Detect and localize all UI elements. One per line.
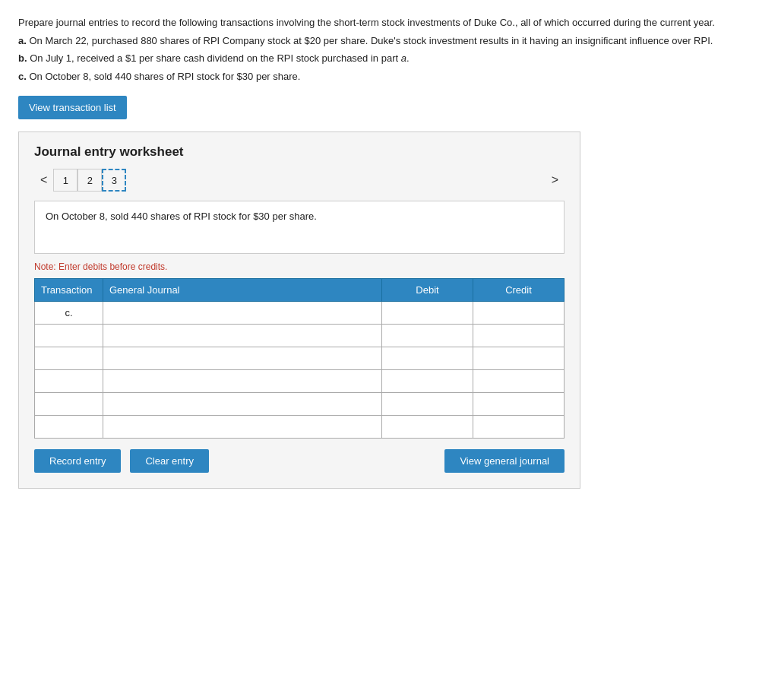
journal-entry-worksheet: Journal entry worksheet < 1 2 3 > On Oct… <box>18 131 580 489</box>
debit-input-3[interactable] <box>385 348 470 369</box>
credit-input-6[interactable] <box>476 417 561 438</box>
intro-text-a: On March 22, purchased 880 shares of RPI… <box>29 35 713 46</box>
general-journal-cell[interactable] <box>103 325 382 347</box>
intro-line3: b. On July 1, received a $1 per share ca… <box>18 51 748 66</box>
debit-cell[interactable] <box>382 416 473 439</box>
view-general-journal-button[interactable]: View general journal <box>444 449 565 473</box>
credit-cell[interactable] <box>473 370 565 393</box>
general-journal-input-6[interactable] <box>106 417 378 438</box>
general-journal-input-2[interactable] <box>106 325 378 347</box>
intro-text: Prepare journal entries to record the fo… <box>18 15 748 84</box>
credit-input-3[interactable] <box>476 348 561 369</box>
general-journal-input-4[interactable] <box>106 371 378 392</box>
general-journal-cell[interactable] <box>103 416 382 439</box>
debit-credit-note: Note: Enter debits before credits. <box>34 261 565 272</box>
next-tab-arrow[interactable]: > <box>546 172 565 188</box>
general-journal-input-3[interactable] <box>106 348 378 369</box>
general-journal-input-1[interactable] <box>106 302 378 324</box>
intro-line1: Prepare journal entries to record the fo… <box>18 15 748 30</box>
prev-tab-arrow[interactable]: < <box>34 172 53 188</box>
intro-label-b: b. <box>18 52 27 64</box>
credit-input-4[interactable] <box>476 371 561 392</box>
view-transaction-list-button[interactable]: View transaction list <box>18 96 127 119</box>
table-row <box>35 416 565 439</box>
header-debit: Debit <box>382 279 473 302</box>
table-row <box>35 393 565 416</box>
credit-input-5[interactable] <box>476 394 561 415</box>
transaction-cell <box>35 416 103 439</box>
debit-input-1[interactable] <box>385 302 470 324</box>
header-credit: Credit <box>473 279 565 302</box>
debit-input-2[interactable] <box>385 325 470 347</box>
table-row <box>35 370 565 393</box>
general-journal-cell[interactable] <box>103 393 382 416</box>
general-journal-cell[interactable] <box>103 302 382 325</box>
debit-cell[interactable] <box>382 302 473 325</box>
general-journal-cell[interactable] <box>103 370 382 393</box>
header-general-journal: General Journal <box>103 279 382 302</box>
header-transaction: Transaction <box>35 279 103 302</box>
debit-input-5[interactable] <box>385 394 470 415</box>
transaction-description: On October 8, sold 440 shares of RPI sto… <box>34 201 565 254</box>
intro-label-c: c. <box>18 71 27 82</box>
tabs-row: < 1 2 3 > <box>34 169 565 192</box>
debit-cell[interactable] <box>382 370 473 393</box>
tab-3[interactable]: 3 <box>102 169 126 192</box>
debit-cell[interactable] <box>382 347 473 370</box>
transaction-cell: c. <box>35 302 103 325</box>
table-row <box>35 347 565 370</box>
credit-cell[interactable] <box>473 347 565 370</box>
intro-label-a: a. <box>18 35 27 46</box>
transaction-cell <box>35 393 103 416</box>
credit-cell[interactable] <box>473 302 565 325</box>
journal-table: Transaction General Journal Debit Credit… <box>34 278 565 439</box>
intro-text-c: On October 8, sold 440 shares of RPI sto… <box>29 71 300 82</box>
general-journal-cell[interactable] <box>103 347 382 370</box>
credit-cell[interactable] <box>473 393 565 416</box>
transaction-cell <box>35 347 103 370</box>
clear-entry-button[interactable]: Clear entry <box>130 449 209 473</box>
table-row: c. <box>35 302 565 325</box>
debit-input-4[interactable] <box>385 371 470 392</box>
action-buttons-row: Record entry Clear entry View general jo… <box>34 449 565 473</box>
transaction-cell <box>35 370 103 393</box>
debit-cell[interactable] <box>382 325 473 347</box>
credit-cell[interactable] <box>473 325 565 347</box>
transaction-cell <box>35 325 103 347</box>
credit-input-1[interactable] <box>476 302 561 324</box>
intro-line2: a. On March 22, purchased 880 shares of … <box>18 33 748 49</box>
intro-line4: c. On October 8, sold 440 shares of RPI … <box>18 69 748 84</box>
general-journal-input-5[interactable] <box>106 394 378 415</box>
worksheet-title: Journal entry worksheet <box>34 144 565 160</box>
intro-text-b: On July 1, received a $1 per share cash … <box>30 52 409 64</box>
tab-2[interactable]: 2 <box>77 169 102 192</box>
credit-input-2[interactable] <box>476 325 561 347</box>
tab-1[interactable]: 1 <box>53 169 77 192</box>
transaction-label-c: c. <box>65 307 72 318</box>
credit-cell[interactable] <box>473 416 565 439</box>
record-entry-button[interactable]: Record entry <box>34 449 121 473</box>
table-row <box>35 325 565 347</box>
debit-cell[interactable] <box>382 393 473 416</box>
debit-input-6[interactable] <box>385 417 470 438</box>
